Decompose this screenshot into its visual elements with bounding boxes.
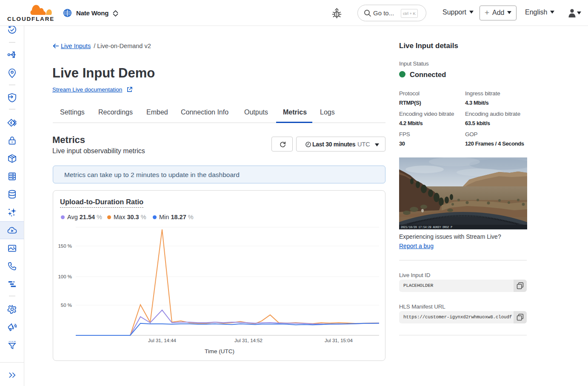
svg-text:2021/10/20 17:54:29 AUKEY DROZ: 2021/10/20 17:54:29 AUKEY DROZ P [401,226,452,229]
svg-text:100 %: 100 % [58,274,72,279]
svg-text:50 %: 50 % [61,303,72,308]
svg-text:150 %: 150 % [58,243,72,249]
svg-text:Jul 31, 15:04: Jul 31, 15:04 [325,338,353,343]
svg-text:Time (UTC): Time (UTC) [205,348,234,355]
svg-text:Jul 31, 14:52: Jul 31, 14:52 [234,338,263,343]
svg-text:Jul 31, 14:44: Jul 31, 14:44 [148,338,176,343]
